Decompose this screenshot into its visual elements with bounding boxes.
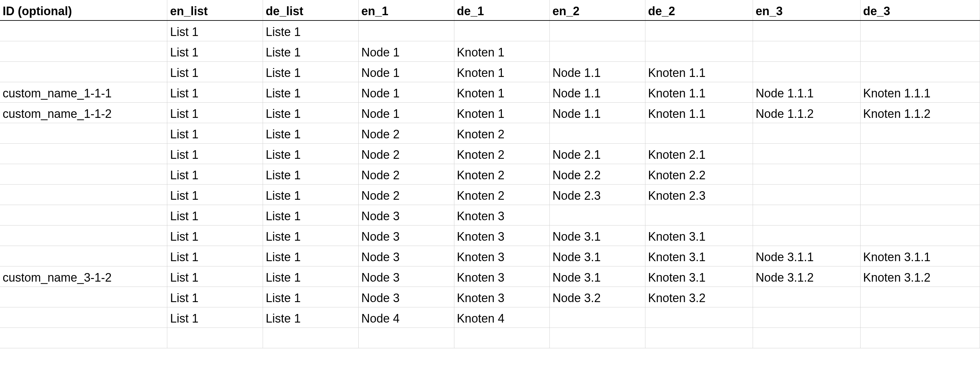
cell[interactable]: Liste 1 <box>263 287 359 307</box>
cell[interactable]: Knoten 1.1.2 <box>860 102 980 123</box>
cell[interactable] <box>860 123 980 143</box>
cell[interactable] <box>860 143 980 164</box>
cell[interactable] <box>0 61 167 82</box>
cell[interactable]: Node 1.1.1 <box>752 82 860 102</box>
cell[interactable] <box>860 184 980 205</box>
cell[interactable]: Knoten 3.1 <box>646 245 753 266</box>
cell[interactable]: Node 1 <box>358 61 454 82</box>
cell[interactable]: Node 2 <box>358 123 454 143</box>
cell[interactable]: Liste 1 <box>263 225 359 245</box>
cell[interactable]: Knoten 4 <box>454 307 550 327</box>
cell[interactable] <box>0 287 167 307</box>
column-header[interactable]: en_1 <box>358 0 454 21</box>
cell[interactable]: List 1 <box>167 123 263 143</box>
cell[interactable]: Node 4 <box>358 307 454 327</box>
cell[interactable]: Knoten 3 <box>454 205 550 225</box>
cell[interactable]: Knoten 1 <box>454 61 550 82</box>
column-header[interactable]: de_2 <box>646 0 753 21</box>
cell[interactable] <box>860 327 980 348</box>
cell[interactable] <box>0 307 167 327</box>
cell[interactable] <box>860 164 980 184</box>
cell[interactable]: Knoten 3.2 <box>646 287 753 307</box>
cell[interactable] <box>752 307 860 327</box>
cell[interactable]: Node 3 <box>358 245 454 266</box>
cell[interactable]: Node 2 <box>358 143 454 164</box>
cell[interactable]: List 1 <box>167 266 263 287</box>
cell[interactable]: Knoten 1 <box>454 82 550 102</box>
column-header[interactable]: ID (optional) <box>0 0 167 21</box>
cell[interactable] <box>550 327 646 348</box>
cell[interactable] <box>860 61 980 82</box>
cell[interactable]: Knoten 2 <box>454 164 550 184</box>
cell[interactable]: Knoten 3 <box>454 287 550 307</box>
cell[interactable]: Liste 1 <box>263 307 359 327</box>
cell[interactable]: Liste 1 <box>263 266 359 287</box>
cell[interactable] <box>860 287 980 307</box>
cell[interactable]: Node 1 <box>358 41 454 61</box>
cell[interactable] <box>752 41 860 61</box>
cell[interactable] <box>0 21 167 41</box>
cell[interactable]: Node 1.1 <box>550 61 646 82</box>
cell[interactable]: Knoten 3.1.1 <box>860 245 980 266</box>
cell[interactable] <box>454 21 550 41</box>
cell[interactable]: Liste 1 <box>263 143 359 164</box>
column-header[interactable]: en_2 <box>550 0 646 21</box>
cell[interactable] <box>0 205 167 225</box>
cell[interactable] <box>646 205 753 225</box>
cell[interactable]: List 1 <box>167 82 263 102</box>
cell[interactable] <box>752 21 860 41</box>
cell[interactable]: Node 2.3 <box>550 184 646 205</box>
cell[interactable]: Knoten 3 <box>454 245 550 266</box>
cell[interactable] <box>550 123 646 143</box>
cell[interactable]: Node 3.1 <box>550 245 646 266</box>
cell[interactable]: Knoten 2 <box>454 184 550 205</box>
cell[interactable] <box>263 327 359 348</box>
cell[interactable]: Node 3.1.1 <box>752 245 860 266</box>
cell[interactable]: Node 2 <box>358 184 454 205</box>
cell[interactable] <box>752 164 860 184</box>
cell[interactable] <box>752 143 860 164</box>
cell[interactable] <box>860 307 980 327</box>
cell[interactable] <box>752 287 860 307</box>
cell[interactable] <box>0 184 167 205</box>
cell[interactable]: List 1 <box>167 184 263 205</box>
cell[interactable]: Knoten 2.2 <box>646 164 753 184</box>
cell[interactable]: List 1 <box>167 225 263 245</box>
cell[interactable]: Knoten 2 <box>454 143 550 164</box>
cell[interactable] <box>0 164 167 184</box>
cell[interactable] <box>454 327 550 348</box>
cell[interactable]: Node 3 <box>358 266 454 287</box>
cell[interactable]: custom_name_1-1-2 <box>0 102 167 123</box>
cell[interactable]: Liste 1 <box>263 102 359 123</box>
cell[interactable] <box>646 307 753 327</box>
cell[interactable]: Node 3.1.2 <box>752 266 860 287</box>
cell[interactable]: List 1 <box>167 61 263 82</box>
cell[interactable] <box>0 143 167 164</box>
cell[interactable]: Node 1.1 <box>550 102 646 123</box>
cell[interactable]: List 1 <box>167 307 263 327</box>
cell[interactable]: Node 3.1 <box>550 225 646 245</box>
cell[interactable]: Node 3 <box>358 225 454 245</box>
cell[interactable]: List 1 <box>167 205 263 225</box>
cell[interactable]: custom_name_1-1-1 <box>0 82 167 102</box>
cell[interactable]: Knoten 1 <box>454 102 550 123</box>
cell[interactable]: Knoten 1.1 <box>646 82 753 102</box>
cell[interactable]: Node 3.2 <box>550 287 646 307</box>
cell[interactable] <box>860 225 980 245</box>
cell[interactable]: Knoten 3 <box>454 266 550 287</box>
cell[interactable] <box>550 307 646 327</box>
cell[interactable]: Node 1.1.2 <box>752 102 860 123</box>
cell[interactable]: List 1 <box>167 143 263 164</box>
cell[interactable]: Knoten 1.1 <box>646 102 753 123</box>
cell[interactable] <box>646 41 753 61</box>
column-header[interactable]: de_3 <box>860 0 980 21</box>
cell[interactable]: Knoten 1 <box>454 41 550 61</box>
cell[interactable]: Node 2 <box>358 164 454 184</box>
cell[interactable] <box>0 41 167 61</box>
cell[interactable] <box>358 21 454 41</box>
cell[interactable] <box>550 21 646 41</box>
cell[interactable]: Liste 1 <box>263 61 359 82</box>
cell[interactable] <box>167 327 263 348</box>
cell[interactable] <box>646 21 753 41</box>
cell[interactable]: List 1 <box>167 164 263 184</box>
